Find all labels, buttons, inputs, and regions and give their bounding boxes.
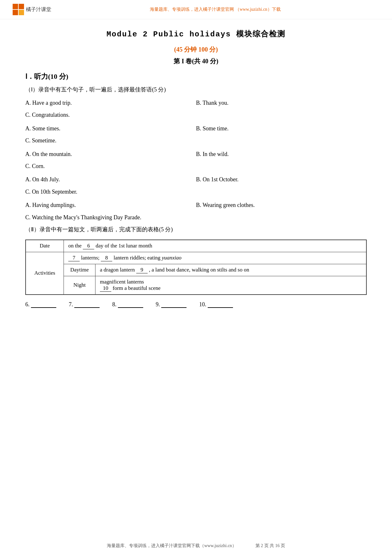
daytime-content-cell: a dragon lantern 9 , a land boat dance, … (95, 264, 366, 276)
q1-b: B. Thank you. (196, 98, 367, 108)
q5-b: B. Wearing green clothes. (196, 200, 367, 210)
q1-c: C. Congratulations. (25, 110, 367, 120)
section-header: 第 I 卷(共 40 分) (25, 57, 367, 65)
footer-right-text: 第 2 页 共 16 页 (255, 543, 285, 549)
q4-c: C. On 10th September. (25, 187, 367, 197)
answer-item-6: 6. (25, 301, 56, 308)
svg-rect-0 (13, 4, 18, 9)
table-row-date: Date on the 6 day of the 1st lunar month (26, 240, 366, 252)
night-text1: magnificent lanterns (100, 279, 362, 285)
instruction1: （Ⅰ）录音中有五个句子，听一遍后，选择最佳答语(5 分) (25, 86, 367, 93)
activities-row2-cell: 7 lanterns; 8 lantern riddles; eating yu… (64, 252, 366, 264)
daytime-rest: , a land boat dance, walking on stilts a… (149, 267, 249, 273)
question-5: A. Having dumplings. B. Wearing green cl… (25, 200, 367, 222)
header-center-text: 海量题库、专项训练，进入橘子汁课堂官网 （www.juzizhi.cn）下载 (51, 7, 379, 12)
svg-rect-3 (19, 10, 24, 15)
page-footer: 海量题库、专项训练，进入橘子汁课堂官网下载（www.juzizhi.cn） 第 … (0, 543, 392, 549)
date-value-cell: on the 6 day of the 1st lunar month (64, 240, 366, 252)
section1-title: Ⅰ．听力(10 分) (25, 72, 367, 81)
questions-group: A. Have a good trip. B. Thank you. C. Co… (25, 98, 367, 222)
row2-text1: lanterns; (81, 255, 100, 261)
blank-8: 8 (101, 255, 112, 261)
activities-label-cell: Activities (26, 252, 64, 294)
q1-a: A. Have a good trip. (25, 98, 196, 108)
table-row-daytime: Daytime a dragon lantern 9 , a land boat… (26, 264, 366, 276)
q3-a: A. On the mountain. (25, 149, 196, 159)
q3-b: B. In the wild. (196, 149, 367, 159)
logo: 橘子汁课堂 (13, 4, 51, 15)
q5-c: C. Watching the Macy's Thanksgiving Day … (25, 212, 367, 222)
date-rest-text: day of the 1st lunar month (96, 243, 152, 249)
date-value-text: on the (68, 243, 82, 249)
q2-a: A. Some times. (25, 123, 196, 134)
answer-blank-7 (74, 307, 100, 308)
yuanxiao-text: yuanxiao (162, 255, 181, 261)
question-4: A. On 4th July. B. On 1st October. C. On… (25, 174, 367, 197)
question-2: A. Some times. B. Some time. C. Sometime… (25, 123, 367, 146)
svg-rect-1 (19, 4, 24, 9)
logo-icon (13, 4, 24, 15)
daytime-text: a dragon lantern (100, 267, 135, 273)
row2-text2: lantern riddles; eating (113, 255, 160, 261)
answer-blank-10 (208, 307, 233, 308)
page-title: Module 2 Public holidays 模块综合检测 (25, 29, 367, 39)
blank-6: 6 (83, 243, 94, 249)
q7-label: 7. (69, 301, 73, 308)
blank-9: 9 (136, 267, 148, 273)
daytime-label-cell: Daytime (64, 264, 95, 276)
night-label-cell: Night (64, 276, 95, 294)
answer-line: 6. 7. 8. 9. 10. (25, 301, 367, 308)
main-content: Module 2 Public holidays 模块综合检测 (45 分钟 1… (0, 19, 392, 330)
page-header: 橘子汁课堂 海量题库、专项训练，进入橘子汁课堂官网 （www.juzizhi.c… (0, 0, 392, 19)
q10-label: 10. (199, 301, 206, 308)
answer-item-10: 10. (199, 301, 233, 308)
q4-b: B. On 1st October. (196, 174, 367, 184)
q9-label: 9. (156, 301, 160, 308)
table-row-activities-main: Activities 7 lanterns; 8 lantern riddles… (26, 252, 366, 264)
night-blank-row: 10 form a beautiful scene (100, 285, 362, 292)
q4-a: A. On 4th July. (25, 174, 196, 184)
question-1: A. Have a good trip. B. Thank you. C. Co… (25, 98, 367, 120)
q2-c: C. Sometime. (25, 135, 367, 146)
subtitle: (45 分钟 100 分) (25, 45, 367, 54)
night-text2: form a beautiful scene (113, 285, 161, 291)
blank-7: 7 (68, 255, 80, 261)
answer-item-9: 9. (156, 301, 187, 308)
answer-item-8: 8. (112, 301, 143, 308)
q2-b: B. Some time. (196, 123, 367, 134)
answer-blank-8 (118, 307, 143, 308)
answer-blank-9 (161, 307, 187, 308)
answer-blank-6 (31, 307, 56, 308)
q5-a: A. Having dumplings. (25, 200, 196, 210)
date-label-cell: Date (26, 240, 64, 252)
q8-label: 8. (112, 301, 117, 308)
q6-label: 6. (25, 301, 30, 308)
night-content-cell: magnificent lanterns 10 form a beautiful… (95, 276, 366, 294)
blank-10: 10 (100, 285, 111, 292)
answer-item-7: 7. (69, 301, 100, 308)
table-row-night: Night magnificent lanterns 10 form a bea… (26, 276, 366, 294)
question-3: A. On the mountain. B. In the wild. C. C… (25, 149, 367, 171)
listening-table: Date on the 6 day of the 1st lunar month… (25, 240, 367, 295)
svg-rect-2 (13, 10, 18, 15)
q3-c: C. Corn. (25, 161, 367, 171)
logo-text: 橘子汁课堂 (26, 6, 51, 13)
footer-left-text: 海量题库、专项训练，进入橘子汁课堂官网下载（www.juzizhi.cn） (107, 543, 236, 549)
instruction2: （Ⅱ）录音中有一篇短文，听两遍后，完成下面的表格(5 分) (25, 226, 367, 233)
